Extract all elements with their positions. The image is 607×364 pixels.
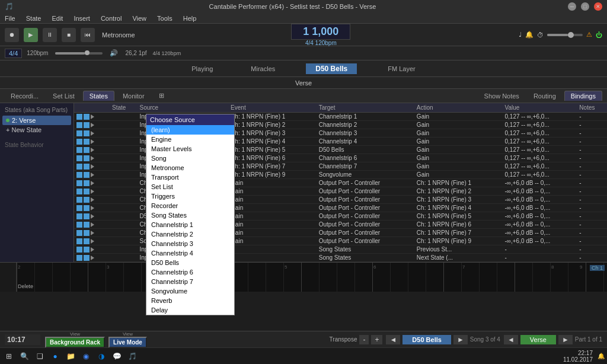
dropdown-item[interactable]: Songvolume [146, 286, 234, 296]
row-event[interactable]: Ch: 1 NRPN (Fine) 6 [228, 154, 317, 162]
stop-button[interactable]: ■ [62, 28, 76, 42]
part-prev-button[interactable]: ◄ [504, 335, 518, 344]
menu-edit[interactable]: Edit [49, 15, 65, 22]
row-action[interactable]: Ch: 1 NRPN (Fine) 1 [414, 179, 503, 187]
row-event[interactable]: Ch: 1 NRPN (Fine) 3 [228, 129, 317, 138]
row-event[interactable]: Gain [228, 229, 317, 237]
row-action[interactable]: Previous St... [414, 245, 503, 254]
menu-file[interactable]: File [2, 15, 18, 22]
source-dropdown[interactable]: Choose Source (learn)EngineMaster Levels… [146, 114, 235, 315]
row-action[interactable]: Ch: 1 NRPN (Fine) 2 [414, 187, 503, 196]
row-event[interactable]: Ch: 1 NRPN (Fine) 5 [228, 146, 317, 154]
dropdown-item[interactable]: Song States [146, 210, 234, 220]
row-enable-check[interactable] [76, 213, 82, 219]
row-state-check[interactable] [84, 238, 90, 244]
row-event[interactable]: Gain [228, 212, 317, 221]
row-event[interactable]: Gain [228, 179, 317, 187]
tab-show-notes[interactable]: Show Notes [478, 91, 525, 101]
row-target[interactable]: Song States [317, 245, 414, 254]
dropdown-item[interactable]: Channelstrip 1 [146, 220, 234, 229]
row-enable-check[interactable] [76, 122, 82, 128]
row-state-check[interactable] [84, 222, 90, 228]
tab-bindings[interactable]: Bindings [564, 91, 602, 101]
row-event[interactable] [228, 254, 317, 262]
tab-playing[interactable]: Playing [184, 64, 220, 74]
row-enable-check[interactable] [76, 222, 82, 228]
row-enable-check[interactable] [76, 197, 82, 203]
row-action[interactable]: Ch: 1 NRPN (Fine) 3 [414, 196, 503, 204]
tab-recordings[interactable]: Recordi... [5, 91, 44, 101]
row-event[interactable]: Gain [228, 204, 317, 212]
row-event[interactable]: Ch: 1 NRPN (Fine) 2 [228, 121, 317, 129]
row-event[interactable]: Ch: 1 NRPN (Fine) 7 [228, 162, 317, 171]
row-state-check[interactable] [84, 172, 90, 178]
dropdown-item[interactable]: D50 Bells [146, 258, 234, 267]
row-action[interactable]: Gain [414, 121, 503, 129]
row-state-check[interactable] [84, 213, 90, 219]
row-state-check[interactable] [84, 255, 90, 261]
song-name-display[interactable]: D50 Bells [306, 63, 357, 74]
dropdown-item[interactable]: Engine [146, 135, 234, 144]
chrome-icon[interactable]: ◉ [79, 350, 92, 363]
row-target[interactable]: Channelstrip 2 [317, 121, 414, 129]
row-action[interactable]: Gain [414, 154, 503, 162]
dropdown-item[interactable]: Transport [146, 173, 234, 182]
row-action[interactable]: Next State (... [414, 254, 503, 262]
row-target[interactable]: Channelstrip 3 [317, 129, 414, 138]
row-enable-check[interactable] [76, 114, 82, 120]
row-target[interactable]: Channelstrip 4 [317, 138, 414, 146]
row-target[interactable]: Output Port - Controller [317, 179, 414, 187]
col-value[interactable]: Value [503, 103, 577, 113]
row-target[interactable]: Songvolume [317, 171, 414, 179]
col-action[interactable]: Action [414, 103, 503, 113]
row-state-check[interactable] [84, 164, 90, 170]
dropdown-item[interactable]: Channelstrip 6 [146, 267, 234, 277]
edge-icon[interactable]: ◑ [95, 350, 108, 363]
row-enable-check[interactable] [76, 205, 82, 211]
piano-roll[interactable]: 2 3 4 5 6 7 8 9 Ch 1 Delete [0, 262, 607, 292]
dropdown-item[interactable]: Triggers [146, 191, 234, 201]
tab-setlist[interactable]: Set List [47, 91, 81, 101]
dropdown-item[interactable]: Channelstrip 2 [146, 229, 234, 239]
row-enable-check[interactable] [76, 247, 82, 253]
row-action[interactable]: Ch: 1 NRPN (Fine) 5 [414, 212, 503, 221]
transpose-minus-button[interactable]: - [359, 335, 369, 344]
col-source[interactable]: Source [137, 103, 228, 113]
row-target[interactable]: Output Port - Controller [317, 229, 414, 237]
row-state-check[interactable] [84, 247, 90, 253]
row-target[interactable]: Channelstrip 7 [317, 162, 414, 171]
row-action[interactable]: Ch: 1 NRPN (Fine) 9 [414, 237, 503, 245]
row-action[interactable]: Gain [414, 171, 503, 179]
menu-insert[interactable]: Insert [71, 15, 92, 22]
row-target[interactable]: Output Port - Controller [317, 212, 414, 221]
row-action[interactable]: Gain [414, 146, 503, 154]
sidebar-item-new-state[interactable]: + New State [2, 125, 71, 135]
tab-routing[interactable]: Routing [528, 91, 562, 101]
dropdown-item[interactable]: Set List [146, 182, 234, 191]
tab-miracles[interactable]: Miracles [244, 64, 282, 74]
part-next-button[interactable]: ► [558, 335, 573, 344]
rewind-button[interactable]: ⏮ [81, 28, 95, 42]
row-event[interactable]: Ch: 1 NRPN (Fine) 4 [228, 138, 317, 146]
row-event[interactable]: Ch: 1 NRPN (Fine) 9 [228, 171, 317, 179]
notification-icon[interactable]: 🔔 [598, 353, 605, 359]
dropdown-item[interactable]: Channelstrip 3 [146, 239, 234, 248]
background-rack-button[interactable]: Background Rack [45, 337, 105, 348]
menu-view[interactable]: View [130, 15, 149, 22]
menu-tools[interactable]: Tools [155, 15, 175, 22]
row-enable-check[interactable] [76, 164, 82, 170]
row-target[interactable]: Channelstrip 1 [317, 113, 414, 121]
row-event[interactable]: Gain [228, 187, 317, 196]
row-action[interactable]: Gain [414, 129, 503, 138]
row-action[interactable]: Gain [414, 162, 503, 171]
browser-icon[interactable]: ● [49, 350, 62, 363]
song-prev-button[interactable]: ◄ [386, 335, 400, 344]
row-event[interactable]: Ch: 1 NRPN (Fine) 1 [228, 113, 317, 121]
close-button[interactable]: ✕ [594, 2, 602, 11]
row-action[interactable]: Ch: 1 NRPN (Fine) 6 [414, 221, 503, 229]
tab-monitor[interactable]: Monitor [117, 91, 151, 101]
row-state-check[interactable] [84, 189, 90, 194]
row-target[interactable]: Output Port - Controller [317, 237, 414, 245]
song-next-button[interactable]: ► [453, 335, 468, 344]
row-target[interactable]: Output Port - Controller [317, 221, 414, 229]
